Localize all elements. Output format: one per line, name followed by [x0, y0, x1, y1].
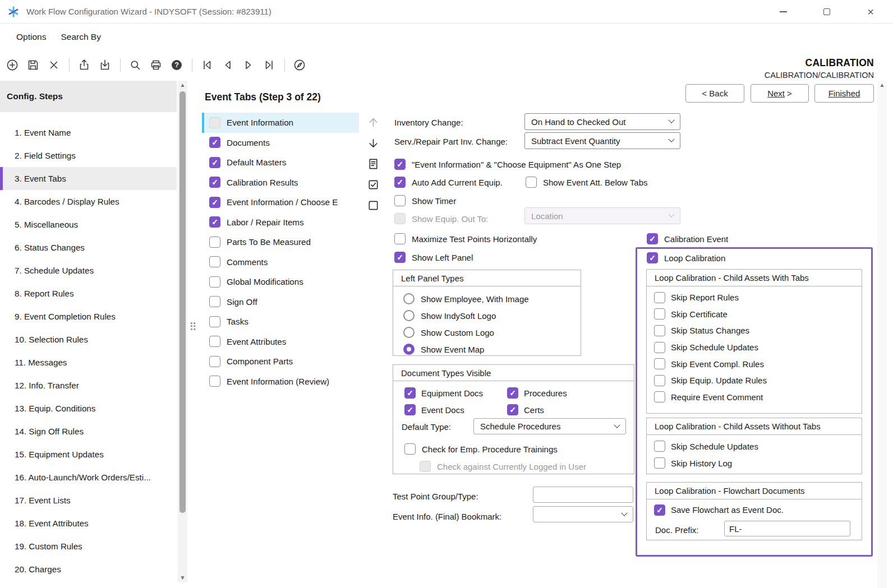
left-panel-type-option[interactable]: Show IndySoft Logo [403, 307, 581, 324]
event-tab-checkbox[interactable] [209, 137, 220, 148]
sidebar-item[interactable]: 7. Schedule Updates [0, 259, 177, 282]
loop-option-checkbox[interactable] [654, 441, 665, 452]
sidebar-item[interactable]: 15. Equipment Updates [0, 443, 177, 466]
left-panel-type-option[interactable]: Show Event Map [403, 341, 581, 358]
loop-option-checkbox[interactable] [654, 391, 665, 402]
loop-option-checkbox[interactable] [654, 457, 665, 469]
event-tab-checkbox[interactable] [209, 197, 220, 208]
previous-record-button[interactable] [218, 55, 238, 75]
doc-prefix-input[interactable] [724, 521, 850, 536]
loop-option[interactable]: Skip Status Changes [654, 322, 862, 339]
event-tab-row[interactable]: Component Parts [202, 351, 359, 372]
event-tab-row[interactable]: Event Information / Choose E [202, 192, 359, 212]
auto-add-option[interactable]: Auto Add Current Equip. [394, 175, 503, 189]
calibration-event-checkbox[interactable] [647, 233, 658, 244]
event-tab-checkbox[interactable] [209, 177, 220, 188]
loop-option[interactable]: Skip Schedule Updates [654, 438, 862, 455]
one-step-checkbox[interactable] [394, 159, 406, 170]
first-record-button[interactable] [197, 55, 217, 75]
check-all-button[interactable] [365, 176, 381, 193]
event-tab-checkbox[interactable] [209, 316, 220, 327]
doc-type-checkbox[interactable] [404, 404, 416, 415]
sidebar-item[interactable]: 18. Event Attributes [0, 512, 177, 535]
close-button[interactable]: × [858, 2, 883, 22]
loop-option[interactable]: Skip Equip. Update Rules [654, 372, 862, 389]
sidebar-item[interactable]: 6. Status Changes [0, 236, 177, 259]
event-tab-row[interactable]: Event Information (Review) [202, 372, 359, 392]
loop-option[interactable]: Save Flowchart as Event Doc. [654, 502, 862, 517]
loop-calibration-checkbox[interactable] [647, 252, 658, 263]
loop-option-checkbox[interactable] [654, 308, 665, 320]
doc-type-option[interactable]: Certs [507, 402, 634, 417]
loop-option[interactable]: Skip History Log [654, 455, 862, 471]
splitter-handle-icon[interactable]: ⠿ [189, 322, 197, 332]
doc-type-option[interactable]: Event Docs [404, 402, 507, 417]
test-point-input[interactable] [533, 487, 633, 503]
show-left-panel-option[interactable]: Show Left Panel [394, 250, 473, 265]
save-button[interactable] [23, 55, 43, 75]
sidebar-scrollbar-thumb[interactable] [179, 91, 186, 513]
doc-type-option[interactable]: Equipment Docs [404, 386, 507, 400]
move-up-button[interactable] [365, 114, 381, 131]
event-tab-row[interactable]: Default Masters [202, 152, 359, 173]
show-event-att-checkbox[interactable] [526, 177, 537, 188]
event-tab-row[interactable]: Event Information [202, 113, 359, 133]
radio-icon[interactable] [403, 344, 415, 355]
sidebar-item[interactable]: 20. Charges [0, 558, 177, 581]
event-tab-row[interactable]: Comments [202, 252, 359, 272]
loop-option-checkbox[interactable] [654, 342, 665, 353]
add-button[interactable] [2, 55, 22, 75]
event-tab-row[interactable]: Documents [202, 133, 359, 153]
event-tab-row[interactable]: Parts To Be Measured [202, 232, 359, 252]
left-panel-type-option[interactable]: Show Employee, With Image [403, 290, 581, 307]
maximize-button[interactable] [814, 2, 839, 22]
event-tab-checkbox[interactable] [209, 216, 220, 228]
help-button[interactable]: ? [167, 55, 187, 75]
serv-repair-select[interactable]: Subtract Event Quantity [524, 132, 680, 149]
back-button[interactable]: < Back [685, 84, 744, 103]
export-button[interactable] [74, 55, 94, 75]
move-down-button[interactable] [365, 135, 381, 151]
event-tab-checkbox[interactable] [209, 276, 220, 288]
tab-properties-button[interactable] [365, 155, 381, 172]
sidebar-item[interactable]: 2. Field Settings [0, 144, 177, 167]
sidebar-item[interactable]: 1. Event Name [0, 121, 177, 144]
show-timer-checkbox[interactable] [394, 195, 406, 206]
calibration-event-option[interactable]: Calibration Event [647, 232, 728, 246]
show-event-att-option[interactable]: Show Event Att. Below Tabs [526, 175, 648, 189]
emp-trainings-option[interactable]: Check for Emp. Procedure Trainings [404, 442, 558, 456]
sidebar-item[interactable]: 12. Info. Transfer [0, 374, 177, 397]
loop-calibration-option[interactable]: Loop Calibration [647, 251, 725, 265]
event-tab-checkbox[interactable] [209, 296, 220, 307]
main-scrollbar[interactable]: ▲ [877, 81, 887, 588]
scroll-up-icon[interactable]: ▲ [180, 81, 186, 90]
navigate-button[interactable] [289, 55, 310, 75]
loop-option-checkbox[interactable] [654, 358, 665, 369]
loop-option[interactable]: Skip Schedule Updates [654, 339, 862, 356]
sidebar-item[interactable]: 19. Custom Rules [0, 535, 177, 558]
event-tab-checkbox[interactable] [209, 356, 220, 367]
event-tab-row[interactable]: Sign Off [202, 292, 359, 312]
scroll-down-icon[interactable]: ▼ [180, 573, 186, 582]
bookmark-select[interactable] [533, 506, 633, 522]
event-tab-checkbox[interactable] [209, 157, 220, 168]
loop-option-checkbox[interactable] [654, 504, 665, 516]
doc-type-checkbox[interactable] [507, 387, 518, 399]
inventory-change-select[interactable]: On Hand to Checked Out [524, 113, 680, 130]
sidebar-scrollbar[interactable]: ▲ ▼ [178, 81, 187, 582]
event-tab-checkbox[interactable] [209, 117, 220, 128]
menu-item[interactable]: Search By [53, 32, 108, 42]
sidebar-item[interactable]: 8. Report Rules [0, 282, 177, 305]
search-button[interactable] [125, 55, 145, 75]
event-tab-row[interactable]: Tasks [202, 312, 359, 332]
radio-icon[interactable] [403, 293, 415, 304]
doc-type-option[interactable]: Procedures [507, 386, 634, 400]
uncheck-all-button[interactable] [365, 197, 381, 214]
radio-icon[interactable] [403, 327, 415, 338]
maximize-test-points-checkbox[interactable] [394, 233, 406, 244]
left-panel-type-option[interactable]: Show Custom Logo [403, 324, 581, 341]
emp-trainings-checkbox[interactable] [404, 443, 416, 455]
print-button[interactable] [146, 55, 166, 75]
show-timer-option[interactable]: Show Timer [394, 193, 456, 208]
event-tab-checkbox[interactable] [209, 376, 220, 387]
